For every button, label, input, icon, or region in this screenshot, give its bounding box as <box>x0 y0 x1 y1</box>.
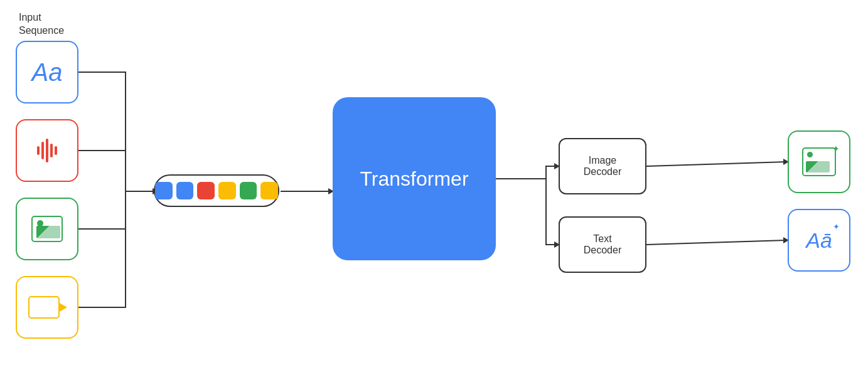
text-decoder-label: TextDecoder <box>584 233 621 256</box>
output-text-icon: Aā <box>806 228 832 252</box>
token-green <box>240 182 257 199</box>
sparkle-icon: ✦ <box>832 144 840 154</box>
audio-icon <box>37 139 57 162</box>
input-box-image <box>16 198 78 260</box>
input-box-video <box>16 276 78 339</box>
output-box-text: Aā ✦ <box>788 209 850 272</box>
image-icon <box>31 216 63 242</box>
token-red <box>197 182 215 199</box>
sparkle-blue-icon: ✦ <box>833 222 840 231</box>
input-label: Aa InputSequence <box>19 11 64 38</box>
token-blue-2 <box>176 182 194 199</box>
output-box-image: ✦ <box>788 130 850 193</box>
video-icon <box>28 296 60 319</box>
transformer-label: Transformer <box>360 167 468 191</box>
svg-line-7 <box>646 162 786 166</box>
input-box-audio <box>16 119 78 182</box>
output-image-icon: ✦ <box>802 147 836 176</box>
image-decoder-box: ImageDecoder <box>559 138 646 194</box>
token-yellow-2 <box>260 182 278 199</box>
token-blue-1 <box>155 182 173 199</box>
text-icon: Aa <box>32 58 63 87</box>
diagram: Aa InputSequence Aa <box>0 0 868 387</box>
token-yellow-1 <box>218 182 236 199</box>
text-decoder-box: TextDecoder <box>559 216 646 273</box>
input-box-text: Aa <box>16 41 78 103</box>
transformer-box: Transformer <box>333 97 496 260</box>
token-pill <box>154 174 279 207</box>
image-decoder-label: ImageDecoder <box>584 155 621 178</box>
svg-line-9 <box>646 240 786 245</box>
